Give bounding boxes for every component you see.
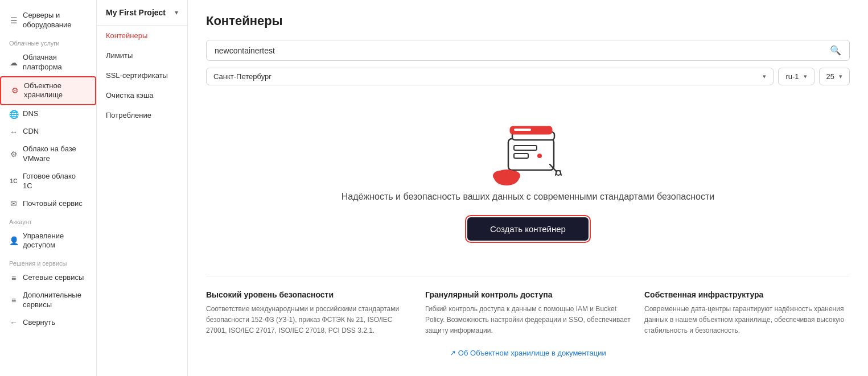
nav-item-limits[interactable]: Лимиты [97,46,187,65]
dns-icon: 🌐 [9,110,18,119]
feature-infra-desc: Современные дата-центры гарантируют надё… [644,304,850,337]
sidebar-item-label: Почтовый сервис [23,199,83,209]
svg-rect-0 [508,139,554,170]
count-filter[interactable]: 25 ▾ [819,68,850,85]
sidebar-item-label: Сетевые сервисы [23,273,84,283]
page-title: Контейнеры [206,14,850,28]
access-icon: 👤 [9,236,18,245]
svg-point-9 [507,171,520,181]
region-filter[interactable]: Санкт-Петербург ▾ [206,68,774,85]
project-header[interactable]: My First Project ▾ [97,0,187,26]
footer-link-container: ↗ Об Объектном хранилище в документации [206,348,850,357]
svg-rect-6 [514,129,531,131]
zone-filter[interactable]: ru-1 ▾ [778,68,814,85]
feature-access: Гранулярный контроль доступа Гибкий конт… [425,290,631,337]
servers-icon: ☰ [9,16,18,25]
nav-item-consumption[interactable]: Потребление [97,105,187,125]
collapse-icon: ← [9,318,18,327]
mail-icon: ✉ [9,199,18,208]
region-value: Санкт-Петербург [213,72,271,81]
create-container-button[interactable]: Создать контейнер [467,217,589,241]
feature-infra-title: Собственная инфраструктура [644,290,850,299]
svg-point-3 [537,154,542,158]
section-label-cloud: Облачные услуги [0,34,96,49]
svg-rect-1 [514,146,537,150]
cdn-icon: ↔ [9,127,18,137]
sidebar-item-mail[interactable]: ✉ Почтовый сервис [0,195,96,213]
network-icon: ≡ [9,274,18,283]
feature-security-desc: Соответствие международными и российским… [206,304,412,337]
zone-chevron-icon: ▾ [804,73,807,80]
storage-icon: ⚙ [10,86,19,95]
section-label-solutions: Решения и сервисы [0,254,96,269]
sidebar-item-network[interactable]: ≡ Сетевые сервисы [0,269,96,287]
main-content: Контейнеры 🔍 Санкт-Петербург ▾ ru-1 ▾ 25… [188,0,868,376]
svg-rect-2 [514,154,528,158]
sidebar-item-label: Серверы и оборудование [23,11,87,30]
features-section: Высокий уровень безопасности Соответстви… [206,276,850,337]
project-chevron-icon: ▾ [175,9,178,16]
sidebar-item-additional[interactable]: ≡ Дополнительные сервисы [0,287,96,314]
section-label-account: Аккаунт [0,213,96,228]
count-chevron-icon: ▾ [839,73,842,80]
sidebar: ☰ Серверы и оборудование Облачные услуги… [0,0,97,376]
search-bar: 🔍 [206,40,850,61]
feature-security-title: Высокий уровень безопасности [206,290,412,299]
empty-state: Надёжность и безопасность ваших данных с… [206,99,850,258]
docs-link[interactable]: ↗ Об Объектном хранилище в документации [450,349,606,357]
zone-value: ru-1 [785,72,799,81]
sidebar-item-label: Облачная платформа [23,53,87,72]
search-icon: 🔍 [830,45,841,56]
sidebar-item-object-storage[interactable]: ⚙ Объектное хранилище [0,76,96,106]
sidebar-item-dns[interactable]: 🌐 DNS [0,105,96,123]
sidebar-collapse[interactable]: ← Свернуть [0,314,96,332]
sidebar-item-cloud-platform[interactable]: ☁ Облачная платформа [0,49,96,76]
sidebar-item-access[interactable]: 👤 Управление доступом [0,228,96,255]
svg-point-8 [493,171,507,181]
project-title: My First Project [106,8,166,17]
nav-item-ssl[interactable]: SSL-сертификаты [97,65,187,85]
sidebar-item-servers[interactable]: ☰ Серверы и оборудование [0,7,96,34]
sidebar-item-1c[interactable]: 1C Готовое облако 1С [0,168,96,195]
feature-infra: Собственная инфраструктура Современные д… [644,290,850,337]
feature-access-desc: Гибкий контроль доступа к данным с помощ… [425,304,631,337]
filter-row: Санкт-Петербург ▾ ru-1 ▾ 25 ▾ [206,68,850,85]
sidebar-item-label: Облако на базе VMware [23,144,87,164]
count-value: 25 [826,72,834,81]
sidebar-item-label: Готовое облако 1С [23,172,87,191]
sidebar-item-label: Объектное хранилище [24,81,86,101]
sidebar-item-label: Дополнительные сервисы [23,291,87,310]
nav-item-containers[interactable]: Контейнеры [97,26,187,46]
sidebar-item-vmware[interactable]: ⚙ Облако на базе VMware [0,141,96,168]
region-chevron-icon: ▾ [763,73,766,80]
feature-access-title: Гранулярный контроль доступа [425,290,631,299]
empty-illustration [483,110,574,190]
1c-icon: 1C [9,177,18,186]
sidebar-item-label: CDN [23,127,39,137]
search-input[interactable] [215,46,830,55]
nav-item-cache[interactable]: Очистка кэша [97,85,187,105]
cloud-icon: ☁ [9,58,18,67]
sidebar-item-cdn[interactable]: ↔ CDN [0,123,96,141]
vmware-icon: ⚙ [9,150,18,159]
collapse-label: Свернуть [23,318,55,328]
middle-nav: My First Project ▾ Контейнеры Лимиты SSL… [97,0,188,376]
sidebar-item-label: Управление доступом [23,232,87,251]
feature-security: Высокий уровень безопасности Соответстви… [206,290,412,337]
sidebar-item-label: DNS [23,109,38,119]
empty-title: Надёжность и безопасность ваших данных с… [342,190,714,204]
additional-icon: ≡ [9,296,18,305]
